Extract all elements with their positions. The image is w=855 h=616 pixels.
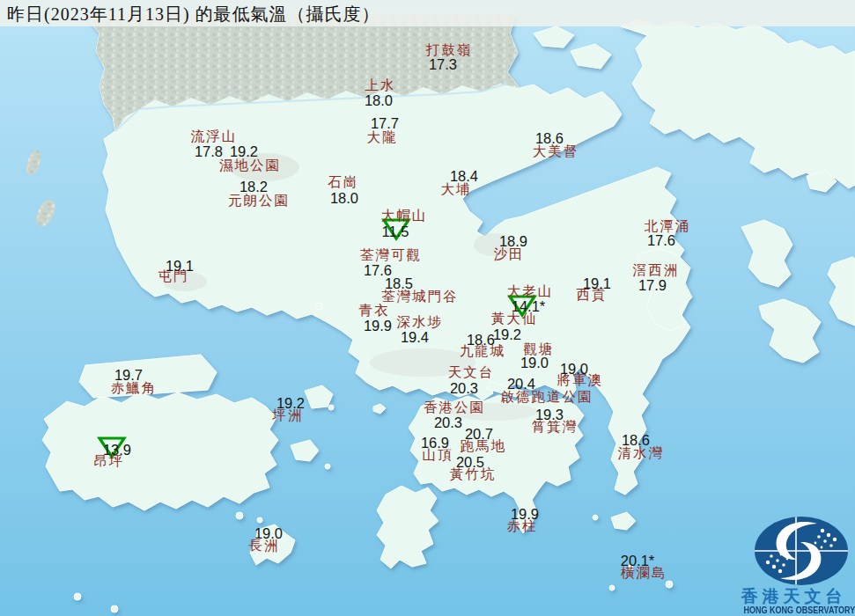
station-temperature: 18.2: [240, 179, 268, 195]
station-temperature: 17.7: [371, 115, 399, 132]
hko-logo: 香港天文台 HONG KONG OBSERVATORY: [733, 513, 855, 616]
station-temperature: 18.6: [467, 332, 495, 348]
station-temperature: 18.4: [450, 168, 478, 185]
station-temperature: 11.5: [382, 224, 409, 240]
station-temperature: 18.5: [385, 275, 413, 292]
station-temperature: 19.0: [560, 361, 588, 378]
station-temperature: 18.9: [499, 233, 527, 250]
station-temperature: 17.9: [638, 277, 667, 294]
map-title: 昨日(2023年11月13日) 的最低氣溫（攝氏度）: [7, 3, 380, 26]
station-temperature: 19.0: [520, 355, 549, 371]
station-temperature: 18.6: [622, 432, 650, 449]
station-temperature: 19.1: [583, 275, 611, 292]
station-temperature: 19.7: [114, 367, 143, 384]
station-temperature: 19.2: [276, 395, 305, 412]
observatory-logo-icon: [751, 515, 851, 587]
station-temperature: 19.4: [401, 329, 429, 346]
station-temperature: 19.1: [166, 258, 194, 275]
station-temperature: 16.9: [421, 435, 449, 451]
station-temperature: 13.9: [103, 442, 131, 458]
station-temperature: 17.6: [647, 232, 675, 249]
station-temperature: 19.2: [230, 143, 258, 160]
station-temperature: 19.9: [511, 506, 539, 523]
station-temperature: 17.8: [195, 143, 223, 160]
station-temperature: 14.1*: [512, 298, 546, 315]
station-name: 大帽山: [381, 207, 428, 225]
station-temperature: 17.3: [429, 56, 457, 73]
station-temperature: 20.4: [507, 376, 535, 392]
stations-layer: 17.3 打鼓嶺 18.0 上水 17.7 大隴 17.8 流浮山 19.2 濕…: [0, 0, 855, 616]
station-temperature: 20.3: [434, 414, 462, 431]
logo-text-en: HONG KONG OBSERVATORY: [744, 605, 844, 615]
station-temperature: 20.5: [456, 454, 484, 471]
station-temperature: 20.3: [450, 380, 478, 397]
station-temperature: 20.7: [465, 426, 493, 443]
station-temperature: 19.0: [254, 525, 283, 542]
weather-map-page: 昨日(2023年11月13日) 的最低氣溫（攝氏度） 17.3 打鼓嶺 18.0…: [0, 0, 855, 616]
station-name: 石崗: [328, 173, 359, 192]
station-temperature: 20.1*: [621, 553, 655, 569]
station-name: 天文台: [448, 363, 495, 382]
station-temperature: 19.3: [535, 407, 564, 423]
station-temperature: 19.2: [493, 326, 521, 343]
station-temperature: 18.6: [535, 130, 564, 147]
station-temperature: 18.0: [330, 190, 358, 207]
station-temperature: 19.9: [364, 318, 392, 334]
station-temperature: 18.0: [365, 92, 393, 109]
